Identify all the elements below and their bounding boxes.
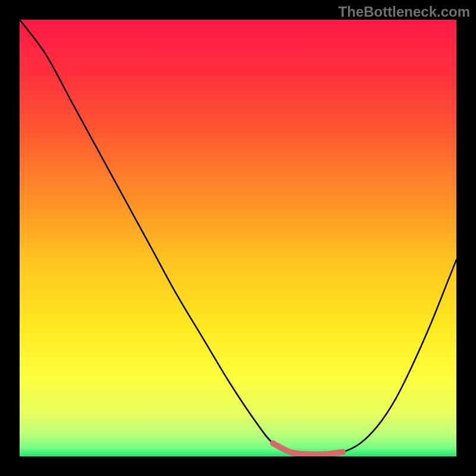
gradient-background: [20, 20, 456, 456]
bottleneck-chart: [20, 20, 456, 456]
watermark-text: TheBottleneck.com: [339, 4, 470, 20]
